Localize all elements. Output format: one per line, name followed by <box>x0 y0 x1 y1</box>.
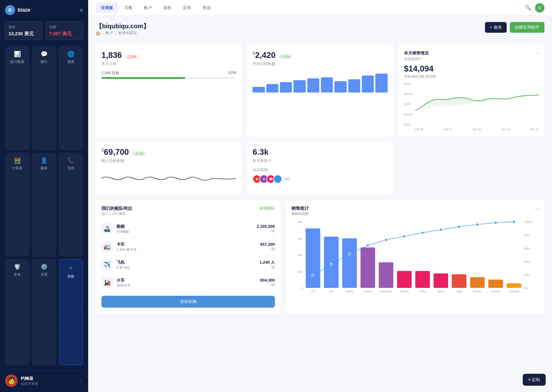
svg-rect-37 <box>452 274 466 288</box>
progress-label: 1,048 目标 <box>101 70 119 76</box>
tab-dashboard[interactable]: 仪表板 <box>96 3 118 13</box>
svg-text:US: US <box>311 290 315 293</box>
logo-text: blaze <box>18 7 30 13</box>
sidebar-item-settings[interactable]: ⚙️ 设置 <box>32 259 56 365</box>
bottom-row: 我们的船队吨位 总计 1,247 辆车 检阅舰队 🚢 船舶 234艘船 2,34… <box>96 200 544 313</box>
svg-rect-33 <box>415 271 430 288</box>
tab-pages[interactable]: 页数 <box>119 3 138 13</box>
heroes-avatars: A S 碗 +42 <box>253 175 387 183</box>
nav-grid: 📊 统计数据 💬 聊天 🌐 指南 🧮 计算器 👤 媒体 📞 支持 🛡️ 安全 <box>5 46 83 365</box>
svg-text:Norway: Norway <box>491 290 501 293</box>
sidebar-header: B blaze ⊞ <box>5 5 83 15</box>
svg-point-60 <box>385 239 387 241</box>
stats-icon: 📊 <box>14 51 21 58</box>
fleet-info-train: 火车 36路列车 <box>117 277 256 288</box>
fleet-info-ship: 船舶 234艘船 <box>117 224 253 234</box>
sales-stats-more-button[interactable]: ··· <box>535 206 539 211</box>
stats-row-2: $69,700 ↑2.2% 网上总销售额 6.3k 本月新客户 <box>96 142 544 195</box>
invite-button[interactable]: + 邀请 <box>485 22 507 33</box>
sidebar-item-chat[interactable]: 💬 聊天 <box>32 46 56 150</box>
tab-resources[interactable]: 资源 <box>197 3 216 13</box>
tab-accounts[interactable]: 帐户 <box>139 3 157 13</box>
svg-line-48 <box>368 240 386 245</box>
svg-point-62 <box>421 232 424 234</box>
svg-rect-21 <box>306 228 320 288</box>
sidebar-item-media[interactable]: 👤 媒体 <box>32 153 56 256</box>
expense-card: 花费 7,057 美元 <box>46 21 83 40</box>
fleet-item-ship: 🚢 船舶 234艘船 2,345,500 吨 <box>101 220 275 238</box>
monthly-line-svg <box>415 82 539 126</box>
fleet-info-plane: 飞机 8 架飞机 <box>117 260 256 270</box>
truck-icon: 🚛 <box>101 241 113 252</box>
svg-text:China: China <box>346 290 353 293</box>
svg-point-61 <box>403 235 406 238</box>
orders-main: 1,836 ↓2.2% <box>101 50 236 60</box>
sidebar-top-settings-icon[interactable]: ⊞ <box>80 8 83 13</box>
breadcrumb-home-icon: 🏠 <box>96 31 100 36</box>
svg-text:Russia: Russia <box>473 290 482 293</box>
search-icon[interactable]: 🔍 <box>525 5 531 11</box>
orders-badge: ↓2.2% <box>125 54 139 59</box>
wave-chart <box>101 167 236 189</box>
fleet-name-ship: 船舶 <box>117 224 253 229</box>
avg-sales-badge: ↑2.6% <box>279 54 292 59</box>
create-app-button[interactable]: 创建应用程序 <box>510 22 544 33</box>
sidebar-item-guide[interactable]: 🌐 指南 <box>59 46 83 150</box>
fleet-info-truck: 卡车 1,460 辆卡车 <box>117 242 256 252</box>
heroes-label: 今日英雄 <box>253 167 387 173</box>
stats-label: 统计数据 <box>10 59 24 64</box>
sidebar-item-add[interactable]: + 添新 <box>59 259 83 365</box>
mini-bar-item <box>375 74 387 92</box>
new-customers-main: 6.3k <box>253 147 387 157</box>
fleet-value-ship: 2,345,500 吨 <box>257 224 275 233</box>
guide-icon: 🌐 <box>67 51 74 58</box>
sidebar-item-support[interactable]: 📞 支持 <box>59 153 83 256</box>
top-user-avatar[interactable]: G <box>535 3 544 13</box>
fleet-link[interactable]: 检阅舰队 <box>260 206 275 211</box>
train-icon: 🚂 <box>101 277 113 288</box>
ship-icon: 🚢 <box>101 223 113 234</box>
svg-text:600: 600 <box>298 237 303 240</box>
svg-text:0%: 0% <box>524 287 528 290</box>
svg-text:Canada: Canada <box>509 290 519 293</box>
customize-button[interactable]: ≡ 定制 <box>523 374 546 386</box>
sidebar-item-calculator[interactable]: 🧮 计算器 <box>5 153 29 256</box>
avg-sales-value: $2,420 <box>253 50 276 60</box>
logo: B blaze <box>5 5 30 15</box>
new-customers-card: 6.3k 本月新客户 今日英雄 A S 碗 +42 <box>247 142 393 195</box>
main-content: 仪表板 页数 帐户 授权 应用 资源 🔍 G 【biqubiqu.com】 🏠 … <box>88 0 552 392</box>
hero-avatar-3 <box>273 175 282 183</box>
add-vehicle-button[interactable]: 添加车辆 <box>101 296 275 308</box>
svg-rect-39 <box>470 277 485 288</box>
breadcrumb: 🏠 › 帐户 › 奥弗维耶夫 <box>96 31 150 36</box>
svg-point-65 <box>476 223 479 226</box>
orders-label: 本月订单 <box>101 61 236 67</box>
svg-rect-25 <box>342 238 357 288</box>
svg-line-52 <box>441 227 459 230</box>
tab-auth[interactable]: 授权 <box>158 3 177 13</box>
fleet-count-ship: 234艘船 <box>117 229 253 234</box>
fleet-num-ship: 2,345,500 <box>257 224 275 229</box>
breadcrumb-accounts[interactable]: 帐户 <box>105 31 113 36</box>
svg-point-56 <box>312 274 314 277</box>
orders-value: 1,836 <box>101 50 122 60</box>
sidebar-item-stats[interactable]: 📊 统计数据 <box>5 46 29 150</box>
monthly-sales-more-button[interactable]: ··· <box>535 50 539 56</box>
page-header: 【biqubiqu.com】 🏠 › 帐户 › 奥弗维耶夫 + 邀请 创建应用程… <box>96 22 544 41</box>
tab-apps[interactable]: 应用 <box>178 3 196 13</box>
svg-point-63 <box>440 228 442 231</box>
monthly-sales-subtext: 另有 $48,346 至目标 <box>404 74 539 79</box>
mini-bar-item <box>280 82 292 92</box>
progress-fill <box>101 77 185 79</box>
fleet-name-truck: 卡车 <box>117 242 256 247</box>
plane-icon: ✈️ <box>101 259 113 270</box>
svg-rect-41 <box>488 280 503 288</box>
fleet-unit-ship: 吨 <box>257 229 275 233</box>
sidebar-item-security[interactable]: 🛡️ 安全 <box>5 259 29 365</box>
svg-point-59 <box>367 244 369 247</box>
svg-text:UK: UK <box>329 290 333 293</box>
budget-cards: 预算 13,230 美元 花费 7,057 美元 <box>5 21 83 40</box>
user-more-icon[interactable]: ⋮ <box>79 378 83 383</box>
expense-value: 7,057 美元 <box>49 31 80 36</box>
svg-rect-35 <box>434 273 448 288</box>
